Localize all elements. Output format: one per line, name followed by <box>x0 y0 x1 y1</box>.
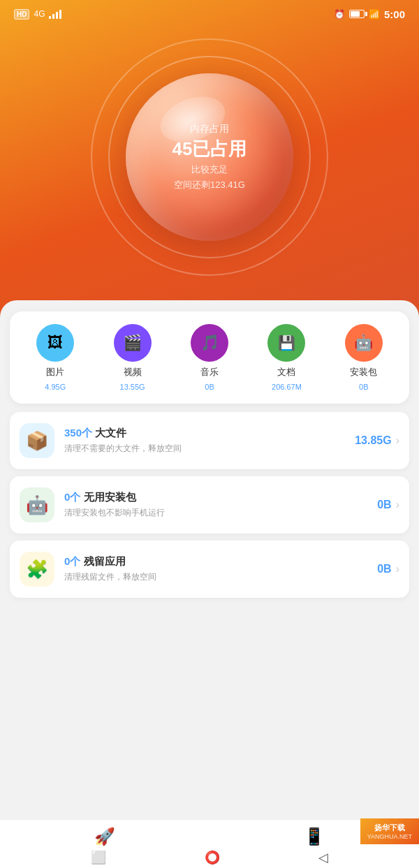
apk-icon: 🤖 <box>354 334 373 352</box>
video-label: 视频 <box>124 366 142 378</box>
residual-apps-title: 0个 残留应用 <box>64 555 367 568</box>
home-button[interactable]: ⭕ <box>205 850 220 865</box>
file-type-video[interactable]: 🎬 视频 13.55G <box>94 324 170 391</box>
memory-value: 45已占用 <box>172 138 247 160</box>
large-files-item[interactable]: 📦 350个 大文件 清理不需要的大文件，释放空间 13.85G › <box>10 412 409 469</box>
doc-icon-circle: 💾 <box>267 324 305 362</box>
useless-apk-label: 无用安装包 <box>84 491 136 503</box>
back-button[interactable]: ⬜ <box>91 850 106 865</box>
memory-label: 内存占用 <box>190 123 229 135</box>
large-files-chevron-icon: › <box>396 434 399 447</box>
battery-fill <box>351 11 360 17</box>
residual-apps-size: 0B <box>377 563 391 575</box>
battery-indicator <box>349 10 365 18</box>
residual-apps-right: 0B › <box>377 563 399 575</box>
residual-apps-desc: 清理残留文件，释放空间 <box>64 571 367 583</box>
space-remaining: 空间还剩123.41G <box>174 179 245 191</box>
useless-apk-item[interactable]: 🤖 0个 无用安装包 清理安装包不影响手机运行 0B › <box>10 476 409 534</box>
residual-apps-item[interactable]: 🧩 0个 残留应用 清理残留文件，释放空间 0B › <box>10 540 409 598</box>
large-files-icon: 📦 <box>26 430 48 452</box>
status-time: 5:00 <box>384 8 405 20</box>
useless-apk-size: 0B <box>377 499 391 511</box>
signal-bars <box>49 9 61 19</box>
watermark-top: 扬华下载 <box>374 823 405 833</box>
file-type-photo[interactable]: 🖼 图片 4.95G <box>17 324 94 391</box>
video-icon-circle: 🎬 <box>114 324 152 362</box>
recents-button[interactable]: ◁ <box>318 850 328 865</box>
large-files-size: 13.85G <box>355 434 391 447</box>
music-size: 0B <box>205 383 214 391</box>
large-files-count: 350个 <box>64 427 95 439</box>
large-files-right: 13.85G › <box>355 434 399 447</box>
residual-apps-icon: 🧩 <box>26 559 48 580</box>
useless-apk-chevron-icon: › <box>396 499 399 511</box>
photo-icon: 🖼 <box>47 334 63 352</box>
wifi-icon: 📶 <box>369 9 380 20</box>
large-files-content: 350个 大文件 清理不需要的大文件，释放空间 <box>64 427 345 455</box>
photo-icon-circle: 🖼 <box>36 324 74 362</box>
status-left: HD 4G <box>14 9 61 20</box>
watermark-bottom: YANGHUA.NET <box>367 833 412 840</box>
large-files-desc: 清理不需要的大文件，释放空间 <box>64 443 345 455</box>
main-card: 🖼 图片 4.95G 🎬 视频 13.55G 🎵 音乐 0B 💾 文档 206.… <box>0 300 419 819</box>
doc-label: 文档 <box>277 366 295 378</box>
residual-apps-icon-box: 🧩 <box>20 552 54 587</box>
memory-bubble[interactable]: 内存占用 45已占用 比较充足 空间还剩123.41G <box>126 73 293 241</box>
memory-status: 比较充足 <box>191 163 228 176</box>
file-types-card: 🖼 图片 4.95G 🎬 视频 13.55G 🎵 音乐 0B 💾 文档 206.… <box>10 311 409 404</box>
useless-apk-right: 0B › <box>377 499 399 511</box>
music-icon: 🎵 <box>200 334 219 352</box>
bubble-ring-outer: 内存占用 45已占用 比较充足 空间还剩123.41G <box>91 38 328 276</box>
large-files-icon-box: 📦 <box>20 423 54 458</box>
apk-size: 0B <box>359 383 368 391</box>
doc-icon: 💾 <box>278 334 295 351</box>
useless-apk-icon: 🤖 <box>26 494 48 516</box>
useless-apk-icon-box: 🤖 <box>20 487 54 522</box>
useless-apk-title: 0个 无用安装包 <box>64 491 367 504</box>
alarm-icon: ⏰ <box>334 9 345 20</box>
slim-icon: 📱 <box>304 827 325 846</box>
status-bar: HD 4G ⏰ 📶 5:00 <box>0 0 419 28</box>
residual-apps-count: 0个 <box>64 555 84 567</box>
gesture-bar: ⬜ ⭕ ◁ <box>0 847 419 868</box>
video-icon: 🎬 <box>123 334 142 352</box>
signal-4g: 4G <box>34 9 45 19</box>
useless-apk-count: 0个 <box>64 491 84 503</box>
video-size: 13.55G <box>120 383 145 391</box>
photo-size: 4.95G <box>45 383 66 391</box>
doc-size: 206.67M <box>272 383 302 391</box>
watermark: 扬华下载 YANGHUA.NET <box>360 818 419 844</box>
apk-icon-circle: 🤖 <box>345 324 383 362</box>
clean-icon: 🚀 <box>94 827 115 846</box>
music-icon-circle: 🎵 <box>191 324 228 362</box>
file-type-doc[interactable]: 💾 文档 206.67M <box>248 324 325 391</box>
apk-label: 安装包 <box>350 366 377 378</box>
music-label: 音乐 <box>200 366 219 378</box>
file-type-apk[interactable]: 🤖 安装包 0B <box>325 324 402 391</box>
large-files-label: 大文件 <box>95 427 126 439</box>
status-right: ⏰ 📶 5:00 <box>334 8 405 20</box>
useless-apk-content: 0个 无用安装包 清理安装包不影响手机运行 <box>64 491 367 519</box>
residual-apps-label: 残留应用 <box>84 555 126 567</box>
residual-apps-chevron-icon: › <box>396 563 399 575</box>
file-type-music[interactable]: 🎵 音乐 0B <box>171 324 248 391</box>
list-section: 📦 350个 大文件 清理不需要的大文件，释放空间 13.85G › 🤖 <box>10 412 409 598</box>
large-files-title: 350个 大文件 <box>64 427 345 440</box>
hd-badge: HD <box>14 9 29 20</box>
memory-bubble-area: 内存占用 45已占用 比较充足 空间还剩123.41G <box>0 38 419 276</box>
photo-label: 图片 <box>46 366 64 378</box>
residual-apps-content: 0个 残留应用 清理残留文件，释放空间 <box>64 555 367 583</box>
useless-apk-desc: 清理安装包不影响手机运行 <box>64 507 367 519</box>
bubble-ring-middle: 内存占用 45已占用 比较充足 空间还剩123.41G <box>108 56 311 258</box>
